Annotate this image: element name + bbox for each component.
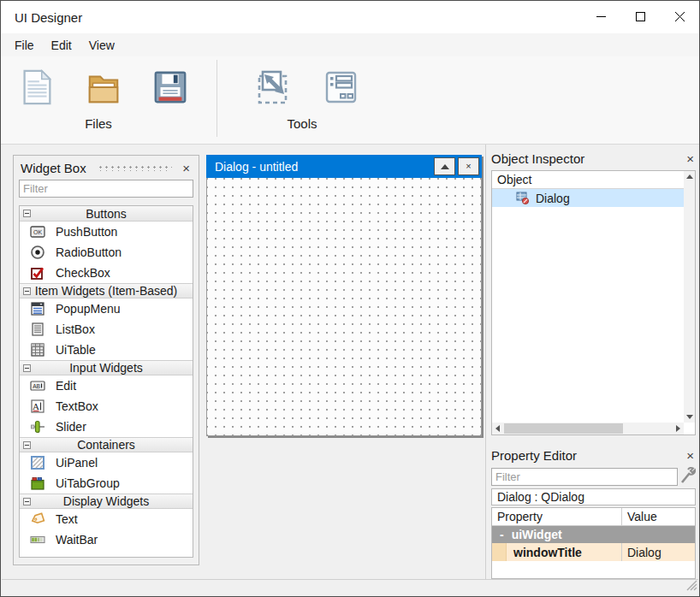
widget-box-filter-input[interactable] [19, 180, 193, 198]
window-title: UI Designer [15, 10, 82, 25]
widget-item-waitbar[interactable]: WaitBar [20, 529, 193, 550]
widget-item-edit[interactable]: AB Edit [20, 375, 193, 396]
widget-item-listbox[interactable]: ListBox [20, 319, 193, 340]
widget-item-uitabgroup[interactable]: UiTabGroup [20, 473, 193, 494]
collapse-icon[interactable] [23, 364, 31, 372]
save-button[interactable] [150, 67, 191, 108]
form-widget-icon [320, 67, 361, 108]
widget-box-close-button[interactable]: × [181, 162, 192, 174]
property-group-uiwidget[interactable]: - uiWidget [492, 526, 695, 543]
dialog-collapse-button[interactable] [434, 157, 455, 175]
titlebar: UI Designer [1, 1, 699, 33]
property-filter-row [491, 468, 696, 487]
property-editor-close-button[interactable]: × [685, 449, 696, 462]
group-collapse-icon[interactable]: - [500, 528, 504, 541]
widget-item-textbox[interactable]: A TextBox [20, 396, 193, 417]
menu-file[interactable]: File [6, 36, 43, 55]
ui-designer-window: UI Designer File Edit View [0, 0, 700, 597]
collapse-icon[interactable] [23, 441, 31, 449]
statusbar [2, 579, 698, 595]
scroll-right-icon[interactable] [673, 423, 684, 434]
section-buttons[interactable]: Buttons [20, 206, 193, 222]
radiobutton-icon [29, 244, 46, 261]
widget-item-uitable[interactable]: UiTable [20, 340, 193, 360]
collapse-icon[interactable] [23, 498, 31, 505]
resize-tool-icon [253, 67, 294, 108]
selected-object-label: Dialog : QDialog [491, 488, 696, 505]
edit-icon: AB [29, 377, 46, 394]
collapse-up-icon [441, 164, 449, 169]
horizontal-scrollbar[interactable] [492, 423, 684, 434]
close-button[interactable] [660, 1, 699, 33]
drag-handle-icon[interactable] [97, 164, 173, 171]
vertical-scrollbar[interactable] [684, 171, 695, 423]
property-table-header: Property Value [492, 508, 695, 526]
toolbar-group-tools: Tools [238, 56, 366, 144]
property-name-cell: windowTitle [507, 543, 622, 561]
collapse-icon[interactable] [23, 210, 31, 217]
svg-text:OK: OK [33, 229, 42, 235]
menu-edit[interactable]: Edit [43, 36, 80, 55]
scroll-left-icon[interactable] [492, 423, 503, 434]
toolbar-separator [217, 60, 217, 137]
dialog-close-button[interactable]: × [458, 157, 479, 175]
scroll-down-icon[interactable] [684, 411, 695, 423]
widget-item-label: PushButton [56, 225, 117, 239]
text-tag-icon [29, 511, 46, 528]
widget-box-title: Widget Box [21, 161, 86, 175]
widget-item-radiobutton[interactable]: RadioButton [20, 242, 193, 263]
widget-item-label: Edit [56, 379, 76, 393]
tree-item-dialog[interactable]: Dialog [492, 189, 695, 207]
toolbar-group-label-files: Files [1, 116, 196, 131]
section-display-widgets[interactable]: Display Widgets [20, 494, 193, 509]
design-dialog: Dialog - untitled × [206, 155, 482, 436]
form-widget-tool-button[interactable] [320, 67, 361, 108]
widget-item-label: Slider [56, 420, 86, 434]
widget-item-slider[interactable]: Slider [20, 417, 193, 437]
property-value-cell[interactable]: Dialog [622, 543, 695, 561]
waitbar-icon [29, 531, 46, 548]
object-inspector-close-button[interactable]: × [685, 152, 696, 165]
property-editor-title-row: Property Editor × [491, 448, 696, 463]
maximize-button[interactable] [620, 1, 660, 33]
property-column-header[interactable]: Property [492, 508, 622, 525]
minimize-icon [596, 12, 606, 21]
section-input-widgets[interactable]: Input Widgets [20, 360, 193, 375]
textbox-icon: A [29, 398, 46, 415]
property-editor-title: Property Editor [491, 448, 577, 463]
property-filter-input[interactable] [491, 468, 678, 486]
dialog-titlebar[interactable]: Dialog - untitled × [206, 155, 482, 178]
toolbar: Files [1, 56, 699, 145]
open-folder-icon [84, 67, 123, 108]
widget-item-popupmenu[interactable]: PopupMenu [20, 298, 193, 319]
widget-item-label: TextBox [56, 399, 98, 413]
minimize-button[interactable] [581, 1, 620, 33]
dialog-design-surface[interactable] [206, 178, 482, 436]
wrench-icon[interactable] [679, 466, 696, 488]
section-item-widgets[interactable]: Item Widgets (Item-Based) [20, 283, 193, 298]
widget-list: Buttons OK PushButton [19, 205, 193, 558]
section-containers[interactable]: Containers [20, 437, 193, 452]
widget-item-pushbutton[interactable]: OK PushButton [20, 222, 193, 242]
widget-item-uipanel[interactable]: UiPanel [20, 452, 193, 473]
new-file-button[interactable] [16, 67, 57, 108]
open-file-button[interactable] [83, 67, 124, 108]
object-column-label: Object [497, 173, 531, 186]
property-row-windowtitle[interactable]: windowTitle Dialog [492, 543, 695, 561]
scroll-up-icon[interactable] [684, 171, 695, 182]
widget-item-checkbox[interactable]: CheckBox [20, 263, 193, 283]
widget-item-label: ListBox [56, 322, 95, 336]
window-controls [581, 1, 699, 33]
scrollbar-thumb[interactable] [504, 423, 623, 434]
section-label: Display Widgets [63, 494, 149, 508]
object-column-header[interactable]: Object [492, 171, 695, 189]
uipanel-icon [29, 454, 46, 471]
widget-item-text[interactable]: Text [20, 509, 193, 529]
section-label: Buttons [86, 207, 126, 221]
menu-view[interactable]: View [80, 36, 123, 55]
value-column-header[interactable]: Value [622, 508, 695, 525]
resize-tool-button[interactable] [253, 67, 294, 108]
widget-item-label: CheckBox [56, 266, 110, 280]
collapse-icon[interactable] [23, 287, 31, 295]
resize-grip-icon[interactable] [685, 578, 697, 594]
